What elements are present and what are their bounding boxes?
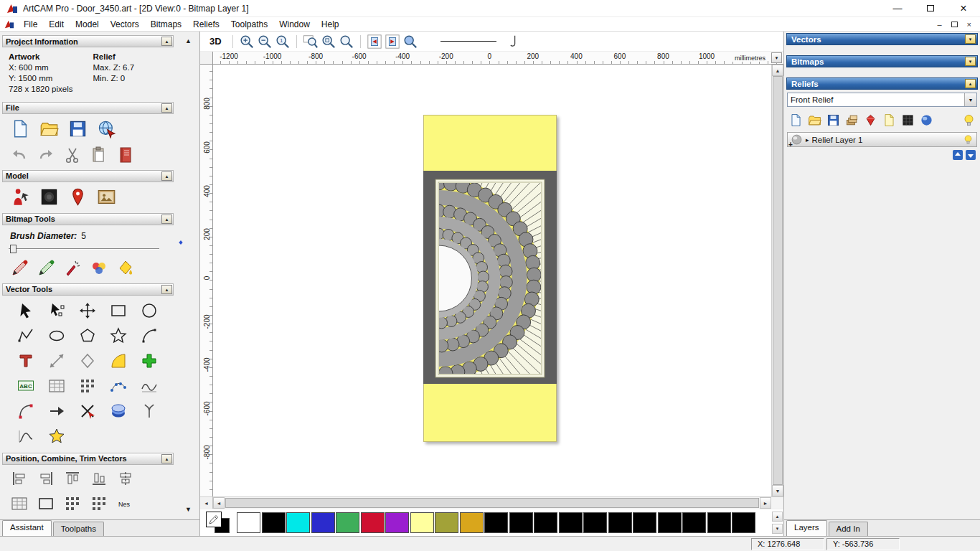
colour-palette-icon[interactable] bbox=[90, 260, 108, 277]
extrude-icon[interactable] bbox=[110, 402, 127, 420]
brush-diameter-slider[interactable] bbox=[9, 243, 159, 255]
section-collapse-button[interactable]: ▲ bbox=[161, 285, 172, 294]
section-collapse-button[interactable]: ▲ bbox=[161, 454, 172, 463]
palette-swatch[interactable] bbox=[707, 512, 731, 533]
join-vectors-icon[interactable] bbox=[17, 402, 34, 420]
door-artwork[interactable] bbox=[423, 115, 557, 442]
fillet-vectors-icon[interactable] bbox=[110, 352, 127, 369]
palette-scrollbar[interactable]: ▲ ▼ bbox=[772, 512, 783, 534]
menu-window[interactable]: Window bbox=[273, 18, 316, 31]
close-button[interactable]: × bbox=[947, 0, 980, 17]
select-vectors-icon[interactable] bbox=[17, 302, 34, 319]
new-relief-icon[interactable] bbox=[789, 113, 803, 127]
greyscale-relief-icon[interactable] bbox=[882, 113, 896, 127]
save-relief-icon[interactable] bbox=[826, 113, 840, 127]
offset-vectors-icon[interactable] bbox=[79, 352, 96, 369]
create-rectangle-icon[interactable] bbox=[110, 302, 127, 319]
airbrush-icon[interactable] bbox=[64, 260, 81, 277]
palette-swatch[interactable] bbox=[608, 512, 632, 533]
spaced-copies-icon[interactable] bbox=[64, 495, 81, 512]
section-collapse-button[interactable]: ▲ bbox=[161, 37, 172, 46]
palette-swatch[interactable] bbox=[435, 512, 458, 533]
section-collapse-button[interactable]: ▲ bbox=[161, 171, 172, 181]
align-left-icon[interactable] bbox=[11, 470, 28, 487]
transform-vectors-icon[interactable] bbox=[79, 302, 96, 319]
primary-secondary-colour[interactable] bbox=[206, 512, 233, 534]
menu-help[interactable]: Help bbox=[316, 18, 345, 31]
menu-vectors[interactable]: Vectors bbox=[105, 18, 145, 31]
layer-visibility-icon[interactable] bbox=[963, 134, 974, 145]
zoom-in-icon[interactable] bbox=[239, 34, 255, 50]
node-editing-icon[interactable] bbox=[48, 302, 65, 319]
wrap-vectors-icon[interactable] bbox=[48, 428, 65, 445]
palette-swatch[interactable] bbox=[633, 512, 656, 533]
maximize-button[interactable] bbox=[914, 0, 947, 17]
zoom-out-icon[interactable] bbox=[257, 34, 273, 50]
align-bottom-icon[interactable] bbox=[90, 470, 108, 487]
vectors-expand-icon[interactable]: ▼ bbox=[965, 34, 976, 44]
relief-selector-combobox[interactable]: Front Relief ▼ bbox=[787, 93, 977, 107]
tab-add-in[interactable]: Add In bbox=[829, 522, 868, 536]
horizontal-scrollbar[interactable]: ◄ ► bbox=[213, 497, 771, 509]
load-bitmap-icon[interactable] bbox=[97, 187, 116, 207]
open-model-icon[interactable] bbox=[39, 119, 59, 138]
palette-down-icon[interactable]: ▼ bbox=[772, 524, 783, 534]
sculpting-icon[interactable] bbox=[920, 113, 933, 127]
relief-visibility-icon[interactable] bbox=[962, 113, 976, 127]
load-relief-icon[interactable] bbox=[808, 113, 821, 127]
paste-vectors-icon[interactable] bbox=[141, 352, 158, 369]
redo-icon[interactable] bbox=[37, 146, 55, 164]
panel-scroll-down-icon[interactable]: ▼ bbox=[185, 507, 192, 513]
zoom-window-icon[interactable] bbox=[402, 34, 418, 50]
palette-swatch[interactable] bbox=[237, 512, 260, 533]
save-model-icon[interactable] bbox=[68, 119, 88, 138]
palette-swatch[interactable] bbox=[658, 512, 682, 533]
bitmaps-section-bar[interactable]: Bitmaps ▼ bbox=[786, 55, 978, 67]
page-left-button[interactable]: ◄ bbox=[200, 497, 213, 509]
relief-layer-item[interactable]: + ▸ Relief Layer 1 bbox=[787, 132, 977, 147]
create-arc-icon[interactable] bbox=[141, 327, 158, 344]
paste-icon[interactable] bbox=[90, 146, 108, 164]
combobox-dropdown-icon[interactable]: ▼ bbox=[964, 93, 976, 106]
create-polygon-icon[interactable] bbox=[79, 327, 96, 344]
palette-swatch[interactable] bbox=[311, 512, 335, 533]
mini-copies-icon[interactable] bbox=[90, 495, 108, 512]
line-width-sample[interactable] bbox=[440, 41, 496, 42]
tab-assistant[interactable]: Assistant bbox=[2, 520, 52, 536]
palette-swatch[interactable] bbox=[361, 512, 385, 533]
section-collapse-button[interactable]: ▲ bbox=[161, 215, 172, 224]
menu-file[interactable]: File bbox=[18, 18, 43, 31]
slider-thumb[interactable] bbox=[10, 245, 17, 253]
block-copy-icon[interactable] bbox=[79, 377, 96, 395]
palette-swatch[interactable] bbox=[286, 512, 310, 533]
horizontal-scroll-thumb[interactable] bbox=[225, 498, 759, 508]
vertical-scroll-thumb[interactable] bbox=[773, 76, 783, 485]
paste-along-curve-icon[interactable] bbox=[110, 377, 127, 395]
reliefs-collapse-icon[interactable]: ▲ bbox=[965, 79, 976, 88]
new-model-icon[interactable] bbox=[11, 119, 30, 138]
measure-icon[interactable] bbox=[48, 352, 65, 369]
flood-fill-icon[interactable] bbox=[117, 260, 134, 277]
mdi-close-icon[interactable]: × bbox=[967, 20, 971, 29]
align-right-icon[interactable] bbox=[37, 470, 55, 487]
create-ellipse-icon[interactable] bbox=[48, 327, 65, 344]
palette-swatch[interactable] bbox=[509, 512, 533, 533]
menu-reliefs[interactable]: Reliefs bbox=[187, 18, 225, 31]
palette-swatch[interactable] bbox=[583, 512, 607, 533]
vertical-scrollbar[interactable]: ▲ ▼ bbox=[771, 65, 783, 496]
palette-swatch[interactable] bbox=[559, 512, 583, 533]
ruler-unit-dropdown[interactable]: ▼ bbox=[771, 52, 782, 63]
palette-up-icon[interactable]: ▲ bbox=[772, 512, 783, 522]
palette-swatch[interactable] bbox=[262, 512, 286, 533]
vectors-section-bar[interactable]: Vectors ▼ bbox=[786, 33, 978, 45]
copy-array-icon[interactable] bbox=[37, 495, 55, 512]
notes-icon[interactable] bbox=[117, 146, 134, 164]
section-profile-icon[interactable] bbox=[17, 428, 34, 445]
palette-swatch[interactable] bbox=[732, 512, 755, 533]
layer-expander-icon[interactable]: ▸ bbox=[806, 136, 809, 143]
align-centre-icon[interactable] bbox=[117, 470, 134, 487]
reliefs-section-bar[interactable]: Reliefs ▲ bbox=[786, 77, 978, 90]
undo-icon[interactable] bbox=[11, 146, 28, 164]
paint-icon[interactable] bbox=[11, 260, 28, 277]
create-polyline-icon[interactable] bbox=[17, 327, 34, 344]
